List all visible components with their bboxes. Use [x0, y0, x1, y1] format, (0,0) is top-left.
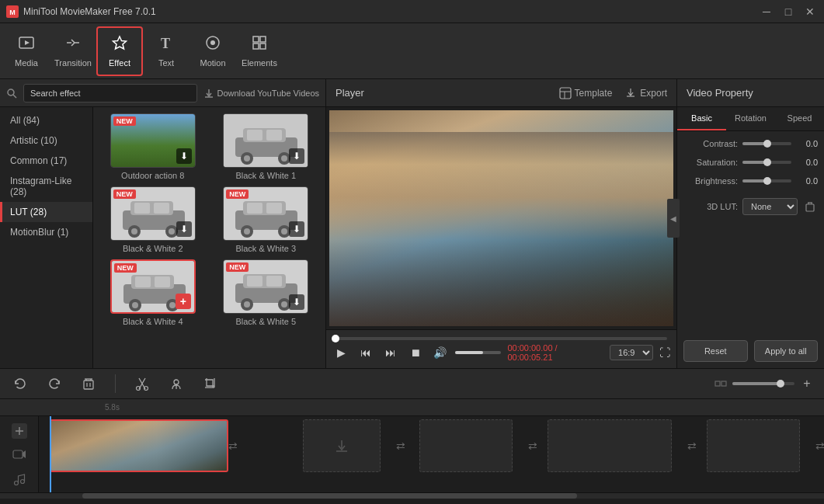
stop-button[interactable]: ⏹: [406, 343, 425, 362]
undo-button[interactable]: [9, 373, 31, 395]
download-bw2-icon[interactable]: ⬇: [176, 221, 192, 237]
search-effect-input[interactable]: Search effect: [23, 84, 197, 103]
svg-rect-22: [247, 130, 262, 141]
text-label: Text: [158, 58, 174, 68]
download-bw5-icon[interactable]: ⬇: [289, 294, 304, 310]
volume-slider[interactable]: [455, 351, 501, 354]
effect-label-bw1: Black & White 1: [235, 171, 296, 180]
transition-2[interactable]: ⇄: [396, 440, 405, 452]
transition-5[interactable]: ⇄: [815, 440, 824, 452]
download-label: Download YouTube Videos: [217, 89, 320, 98]
category-instagram[interactable]: Instagram-Like (28): [0, 171, 92, 202]
volume-button[interactable]: 🔊: [431, 343, 450, 362]
svg-text:M: M: [9, 9, 16, 16]
category-lut[interactable]: LUT (28): [0, 202, 92, 222]
toolbar-media[interactable]: Media: [3, 26, 50, 76]
cut-button[interactable]: [131, 373, 153, 395]
tab-basic[interactable]: Basic: [677, 107, 726, 130]
effect-thumb-outdoor8[interactable]: NEW ⬇: [110, 113, 196, 168]
play-button[interactable]: ▶: [332, 343, 351, 362]
video-icon: [12, 447, 26, 461]
zoom-dot: [777, 380, 784, 388]
toolbar-effect[interactable]: Effect: [96, 26, 143, 76]
zoom-add-button[interactable]: +: [799, 376, 815, 391]
lut-delete-button[interactable]: [802, 199, 818, 214]
apply-all-button[interactable]: Apply to all: [754, 340, 819, 362]
effect-bw2[interactable]: NEW ⬇ Black & White 2: [99, 186, 207, 253]
effect-bw3[interactable]: NEW ⬇ Black & White 3: [213, 186, 320, 253]
empty-slot-2[interactable]: [419, 419, 513, 472]
effect-bw5[interactable]: NEW ⬇ Black & White 5: [213, 259, 320, 326]
delete-button[interactable]: [78, 373, 99, 395]
toolbar-motion[interactable]: Motion: [189, 26, 236, 76]
zoom-fill: [732, 382, 782, 385]
collapse-panel-button[interactable]: ◀: [667, 199, 680, 238]
transition-3[interactable]: ⇄: [528, 440, 537, 452]
brightness-slider[interactable]: [742, 179, 791, 182]
progress-bar[interactable]: [336, 337, 667, 340]
scrollbar-thumb[interactable]: [82, 493, 577, 499]
transition-4[interactable]: ⇄: [687, 440, 697, 452]
video-clip[interactable]: [50, 419, 228, 472]
effects-categories: All (84) Artistic (10) Common (17) Insta…: [0, 107, 93, 368]
maximize-button[interactable]: □: [781, 4, 796, 19]
effect-thumb-bw3[interactable]: NEW ⬇: [223, 186, 308, 241]
tab-speed[interactable]: Speed: [775, 107, 824, 130]
template-button[interactable]: Template: [559, 87, 613, 99]
category-all[interactable]: All (84): [0, 110, 92, 130]
effect-thumb-bw2[interactable]: NEW ⬇: [110, 186, 196, 241]
fullscreen-button[interactable]: ⛶: [659, 346, 670, 359]
download-bw3-icon[interactable]: ⬇: [289, 221, 304, 237]
toolbar-text[interactable]: T Text: [143, 26, 189, 76]
empty-slot-3[interactable]: [548, 419, 672, 472]
player-actions: Template Export: [559, 87, 667, 99]
saturation-slider[interactable]: [742, 161, 791, 164]
tab-rotation[interactable]: Rotation: [726, 107, 775, 130]
timeline-scrollbar[interactable]: [0, 492, 824, 499]
contrast-slider[interactable]: [742, 142, 791, 145]
prev-frame-button[interactable]: ⏮: [357, 343, 376, 362]
crop-button[interactable]: [200, 373, 221, 395]
new-badge-bw3: NEW: [226, 189, 249, 199]
minimize-button[interactable]: ─: [759, 4, 774, 19]
video-track: [50, 419, 228, 472]
new-badge-bw4: NEW: [114, 263, 137, 273]
next-frame-button[interactable]: ⏭: [381, 343, 400, 362]
category-motionblur[interactable]: MotionBlur (1): [0, 222, 92, 242]
svg-text:T: T: [161, 36, 170, 51]
toolbar-transition[interactable]: Transition: [50, 26, 96, 76]
effect-thumb-bw5[interactable]: NEW ⬇: [223, 259, 308, 314]
effect-thumb-bw1[interactable]: ⬇: [223, 113, 308, 168]
download-effect-icon[interactable]: ⬇: [176, 148, 192, 164]
zoom-slider[interactable]: [732, 382, 794, 385]
reset-button[interactable]: Reset: [683, 340, 748, 362]
effect-thumb-bw4[interactable]: NEW +: [110, 259, 196, 314]
toolbar-elements[interactable]: Elements: [236, 26, 283, 76]
transition-1[interactable]: ⇄: [228, 440, 238, 452]
zoom-controls: +: [714, 376, 815, 391]
aspect-ratio-selector[interactable]: 16:9: [610, 345, 653, 360]
new-badge-bw2: NEW: [113, 189, 136, 199]
effects-layout: All (84) Artistic (10) Common (17) Insta…: [0, 107, 325, 368]
download-bw1-icon[interactable]: ⬇: [289, 148, 304, 164]
download-youtube-button[interactable]: Download YouTube Videos: [203, 88, 320, 99]
export-button[interactable]: Export: [624, 87, 667, 99]
lut-selector[interactable]: None: [742, 198, 798, 215]
svg-rect-81: [715, 381, 720, 386]
delete-icon: [82, 377, 96, 391]
search-effect-label: Search effect: [30, 89, 81, 98]
effect-bw4[interactable]: NEW + Black & White 4: [99, 259, 207, 326]
redo-button[interactable]: [43, 373, 65, 395]
effect-bw1[interactable]: ⬇ Black & White 1: [213, 113, 320, 180]
audio-button[interactable]: [165, 373, 187, 395]
effect-outdoor8[interactable]: NEW ⬇ Outdoor action 8: [99, 113, 207, 180]
category-artistic[interactable]: Artistic (10): [0, 130, 92, 151]
add-effect-button[interactable]: +: [176, 294, 191, 309]
timeline: 5.8s: [0, 399, 824, 492]
empty-slot-4[interactable]: [707, 419, 800, 472]
current-time: 00:00:00.00: [507, 343, 552, 353]
category-common[interactable]: Common (17): [0, 151, 92, 171]
empty-slot-1[interactable]: [303, 419, 381, 472]
close-button[interactable]: ✕: [802, 4, 818, 19]
add-track-button[interactable]: [12, 423, 27, 439]
